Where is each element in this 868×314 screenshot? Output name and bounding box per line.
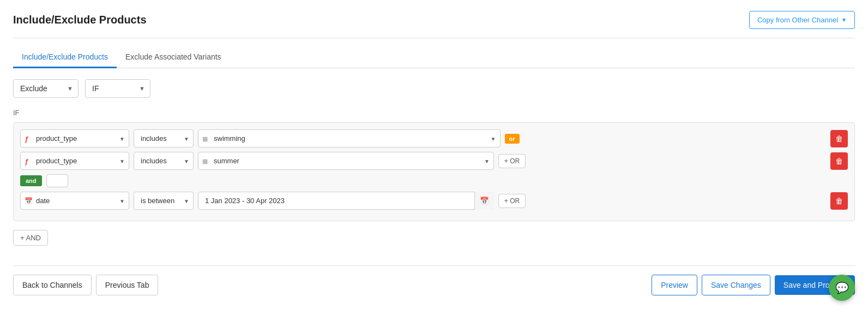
field-select-1[interactable]: product_type date category [20, 129, 129, 147]
add-or-button-date[interactable]: + OR [498, 194, 526, 208]
copy-btn-label: Copy from Other Channel [757, 16, 838, 24]
condition-select[interactable]: IF UNLESS [85, 79, 150, 98]
calendar-picker-button[interactable]: 📅 [474, 192, 494, 210]
add-or-button-1[interactable]: + OR [498, 154, 526, 168]
footer-right: Preview Save Changes Save and Proceed [652, 275, 855, 295]
page-title: Include/Exclude Products [13, 14, 147, 26]
delete-row-2-button[interactable]: 🗑 [830, 152, 848, 170]
back-to-channels-button[interactable]: Back to Channels [13, 275, 92, 295]
operator-select-2[interactable]: includes excludes is between [134, 152, 194, 170]
action-select-wrapper: Exclude Include ▼ [13, 79, 79, 98]
footer-left: Back to Channels Previous Tab [13, 275, 158, 295]
operator-select-1[interactable]: includes excludes is between [134, 129, 194, 147]
value-select-2[interactable]: summer swimming [198, 152, 494, 170]
and-input[interactable] [46, 174, 68, 187]
delete-row-1-button[interactable]: 🗑 [830, 130, 848, 147]
add-and-button[interactable]: + AND [13, 230, 48, 246]
tab-exclude-variants[interactable]: Exclude Associated Variants [117, 47, 230, 68]
and-badge: and [20, 175, 42, 186]
value-select-wrapper-1: ▦ swimming summer ▼ [198, 129, 501, 147]
date-operator-wrapper: is between is before is after ▼ [134, 192, 194, 210]
tab-include-exclude[interactable]: Include/Exclude Products [13, 47, 117, 68]
date-value-wrapper: 📅 [198, 192, 494, 210]
value-select-1[interactable]: swimming summer [198, 129, 501, 147]
condition-row-2: ƒ product_type date category ▼ includes … [20, 152, 848, 170]
action-select[interactable]: Exclude Include [13, 79, 79, 98]
preview-button[interactable]: Preview [652, 275, 697, 295]
condition-row-1: ƒ product_type date category ▼ includes … [20, 129, 848, 147]
field-function-icon-2: ƒ [25, 157, 28, 165]
and-connector: and [20, 174, 848, 187]
copy-btn-arrow: ▼ [841, 17, 847, 23]
previous-tab-button[interactable]: Previous Tab [96, 275, 159, 295]
page-header: Include/Exclude Products Copy from Other… [13, 11, 855, 38]
footer: Back to Channels Previous Tab Preview Sa… [13, 265, 855, 304]
field-select-wrapper-1: ƒ product_type date category ▼ [20, 129, 129, 147]
date-field-select[interactable]: date product_type [20, 192, 129, 210]
date-operator-select[interactable]: is between is before is after [134, 192, 194, 210]
or-badge-1: or [505, 134, 520, 144]
operator-select-wrapper-1: includes excludes is between ▼ [134, 129, 194, 147]
field-select-2[interactable]: product_type date category [20, 152, 129, 170]
page-wrapper: Include/Exclude Products Copy from Other… [0, 0, 868, 314]
top-controls: Exclude Include ▼ IF UNLESS ▼ [13, 79, 855, 98]
delete-date-row-button[interactable]: 🗑 [830, 192, 848, 210]
if-label: IF [13, 109, 855, 117]
operator-select-wrapper-2: includes excludes is between ▼ [134, 152, 194, 170]
date-condition-row: 📅 date product_type ▼ is between is befo… [20, 192, 848, 210]
date-calendar-icon: 📅 [25, 197, 33, 205]
value-grid-icon-1: ▦ [202, 135, 208, 142]
date-field-wrapper: 📅 date product_type ▼ [20, 192, 129, 210]
main-content: Exclude Include ▼ IF UNLESS ▼ IF ƒ [13, 68, 855, 257]
field-function-icon-1: ƒ [25, 134, 28, 143]
chat-bubble-icon: 💬 [835, 281, 849, 294]
tabs-container: Include/Exclude Products Exclude Associa… [13, 47, 855, 68]
condition-select-wrapper: IF UNLESS ▼ [85, 79, 150, 98]
conditions-container: ƒ product_type date category ▼ includes … [13, 122, 855, 221]
copy-from-other-channel-button[interactable]: Copy from Other Channel ▼ [749, 11, 855, 29]
value-select-wrapper-2: ▦ summer swimming ▼ [198, 152, 494, 170]
chat-bubble-button[interactable]: 💬 [829, 275, 855, 301]
value-grid-icon-2: ▦ [202, 157, 208, 164]
save-changes-button[interactable]: Save Changes [702, 275, 770, 295]
date-value-input[interactable] [198, 192, 494, 210]
field-select-wrapper-2: ƒ product_type date category ▼ [20, 152, 129, 170]
